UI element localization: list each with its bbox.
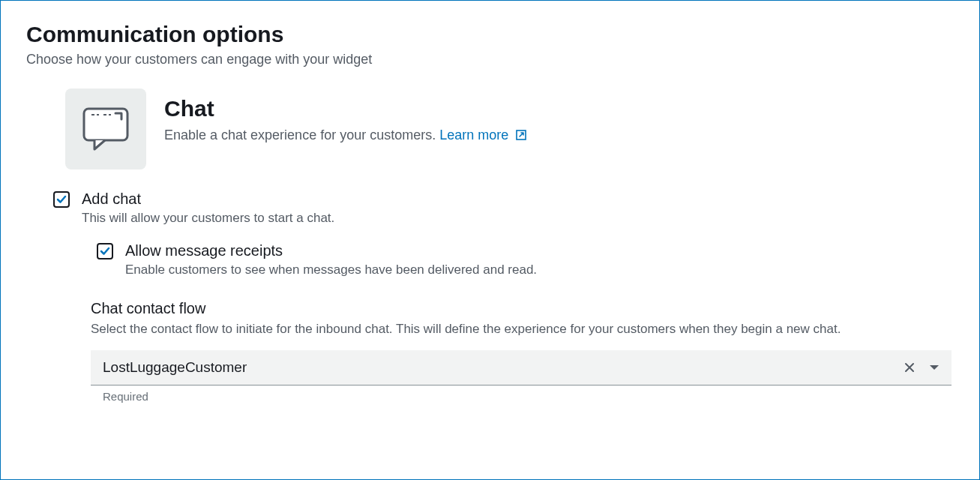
chat-section-description: Enable a chat experience for your custom… [164,128,527,143]
contact-flow-description: Select the contact flow to initiate for … [91,322,954,337]
chat-icon [65,88,146,170]
chat-desc-text: Enable a chat experience for your custom… [164,128,436,142]
allow-receipts-description: Enable customers to see when messages ha… [125,262,537,278]
checkmark-icon [55,194,67,206]
checkmark-icon [99,245,111,257]
allow-receipts-option: Allow message receipts Enable customers … [97,242,954,278]
learn-more-text: Learn more [439,128,508,142]
dropdown-caret[interactable] [929,364,940,371]
clear-selection-button[interactable] [904,362,916,374]
chevron-down-icon [929,364,940,371]
learn-more-link[interactable]: Learn more [439,128,527,142]
select-actions [904,362,940,374]
contact-flow-helper: Required [103,390,954,403]
add-chat-checkbox[interactable] [53,191,70,208]
external-link-icon [515,129,527,141]
contact-flow-select-container: LostLuggageCustomer Required [91,350,954,403]
add-chat-option: Add chat This will allow your customers … [53,190,954,226]
add-chat-description: This will allow your customers to start … [82,211,334,226]
contact-flow-label: Chat contact flow [91,300,954,317]
close-icon [904,362,916,374]
contact-flow-section: Chat contact flow Select the contact flo… [91,300,954,403]
chat-header: Chat Enable a chat experience for your c… [65,88,954,170]
allow-receipts-checkbox[interactable] [97,243,113,260]
page-subtitle: Choose how your customers can engage wit… [26,52,954,68]
add-chat-label: Add chat [82,190,334,208]
chat-section-title: Chat [164,96,527,122]
contact-flow-select[interactable]: LostLuggageCustomer [91,350,952,386]
chat-header-text: Chat Enable a chat experience for your c… [164,88,527,143]
allow-receipts-label: Allow message receipts [125,242,537,260]
allow-receipts-text: Allow message receipts Enable customers … [125,242,537,278]
communication-options-panel: Communication options Choose how your cu… [0,0,980,480]
contact-flow-selected-value: LostLuggageCustomer [103,359,247,376]
page-title: Communication options [26,22,954,47]
add-chat-text: Add chat This will allow your customers … [82,190,334,226]
